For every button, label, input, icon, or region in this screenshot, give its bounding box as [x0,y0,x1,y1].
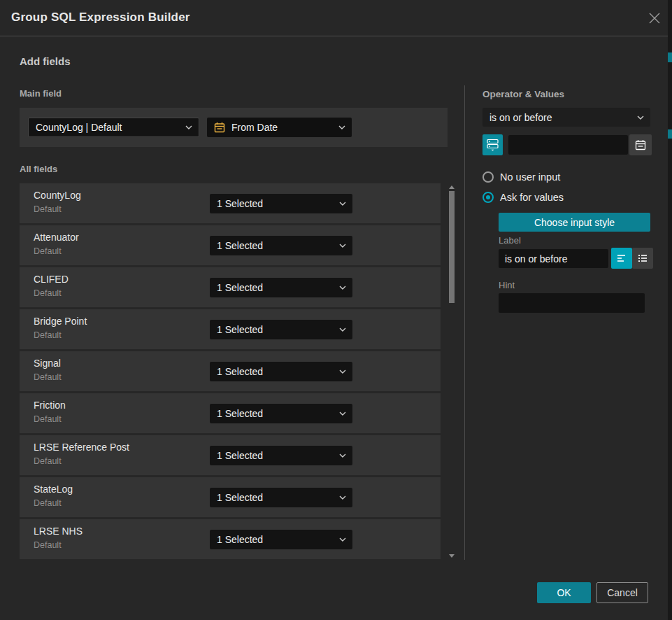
field-name: Bridge Point [34,316,87,327]
value-input[interactable] [508,135,628,155]
field-selected-dropdown[interactable]: 1 Selected [210,362,352,381]
field-name: LRSE Reference Post [34,442,129,453]
stacked-values-icon [487,139,499,151]
field-subtitle: Default [34,246,62,256]
field-row: LRSE NHS Default 1 Selected [20,519,441,559]
field-row: Attenuator Default 1 Selected [20,225,441,265]
field-subtitle: Default [34,456,62,466]
fields-list-scrollbar[interactable] [448,183,455,560]
screen: Group SQL Expression Builder Add fields … [0,0,672,620]
field-selected-dropdown-label: 1 Selected [217,408,263,419]
field-selected-dropdown[interactable]: 1 Selected [210,236,352,255]
radio-ask-for-values-label: Ask for values [500,192,564,203]
chevron-down-icon [339,244,346,248]
field-selected-dropdown[interactable]: 1 Selected [210,446,352,465]
main-field-layer-select-value: CountyLog | Default [36,122,122,133]
field-subtitle: Default [34,498,62,508]
operator-select-value: is on or before [489,112,552,123]
field-selected-dropdown[interactable]: 1 Selected [210,404,352,423]
label-style-plain-button[interactable] [611,248,632,269]
field-row: LRSE Reference Post Default 1 Selected [20,435,441,475]
add-fields-heading: Add fields [20,55,71,67]
field-name: CountyLog [34,190,81,201]
chevron-down-icon [339,202,346,206]
value-input-type-button[interactable] [482,134,503,155]
cancel-button-label: Cancel [607,587,638,598]
field-selected-dropdown-label: 1 Selected [217,282,263,293]
field-subtitle: Default [34,288,62,298]
field-name: StateLog [34,484,73,495]
dialog-title: Group SQL Expression Builder [11,10,190,24]
align-left-icon [616,253,627,263]
close-button[interactable] [647,10,662,26]
ok-button-label: OK [557,587,571,598]
field-subtitle: Default [34,540,62,550]
field-selected-dropdown[interactable]: 1 Selected [210,488,352,507]
field-name: LRSE NHS [34,526,83,537]
chevron-down-icon [339,537,346,542]
operator-select[interactable]: is on or before [482,108,650,127]
radio-circle-off[interactable] [482,171,494,183]
main-field-field-select-value: From Date [231,122,278,133]
field-subtitle: Default [34,372,62,382]
field-subtitle: Default [34,204,62,214]
chevron-down-icon [338,125,345,129]
field-selected-dropdown-label: 1 Selected [217,450,263,461]
label-field-label: Label [499,235,521,246]
field-selected-dropdown[interactable]: 1 Selected [210,194,352,213]
field-selected-dropdown-label: 1 Selected [217,534,263,545]
field-selected-dropdown[interactable]: 1 Selected [210,320,352,339]
chevron-down-icon [185,125,192,129]
chevron-down-icon [339,327,346,332]
field-selected-dropdown-label: 1 Selected [217,324,263,335]
chevron-down-icon [339,369,346,374]
group-sql-expression-builder-dialog: Group SQL Expression Builder Add fields … [0,0,668,620]
label-input[interactable] [499,249,608,268]
field-selected-dropdown-label: 1 Selected [217,366,263,377]
chevron-down-icon [339,453,346,458]
radio-no-user-input-label: No user input [500,171,560,183]
cancel-button[interactable]: Cancel [596,582,648,603]
calendar-icon [635,139,646,150]
all-fields-label: All fields [20,164,57,174]
field-selected-dropdown-label: 1 Selected [217,492,263,503]
field-row: Friction Default 1 Selected [20,393,441,433]
radio-circle-on[interactable] [482,192,494,203]
field-row: StateLog Default 1 Selected [20,477,441,517]
chevron-down-icon [339,495,346,500]
field-selected-dropdown[interactable]: 1 Selected [210,278,352,297]
close-icon [648,12,661,24]
main-field-layer-select[interactable]: CountyLog | Default [28,118,199,137]
vertical-divider [464,85,465,560]
main-field-panel: CountyLog | Default From Date [20,108,448,147]
choose-input-style-button[interactable]: Choose input style [499,213,650,232]
field-name: Friction [34,400,66,411]
field-row: Bridge Point Default 1 Selected [20,309,441,349]
scroll-up-arrow[interactable] [449,185,455,189]
field-subtitle: Default [34,330,62,340]
scrollbar-thumb[interactable] [449,191,455,303]
operator-values-heading: Operator & Values [482,89,564,99]
ok-button[interactable]: OK [537,582,591,603]
background-accent-fragment [668,52,672,62]
field-row: CountyLog Default 1 Selected [20,183,441,223]
all-fields-list: CountyLog Default 1 Selected Attenuator … [20,183,441,561]
date-picker-button[interactable] [629,134,652,155]
hint-field-label: Hint [499,280,515,290]
field-selected-dropdown-label: 1 Selected [217,198,263,209]
main-field-field-select[interactable]: From Date [207,118,352,137]
radio-ask-for-values[interactable]: Ask for values [482,192,564,203]
background-page-strip [668,0,672,620]
hint-input[interactable] [499,293,645,313]
scroll-down-arrow[interactable] [449,554,455,558]
main-field-label: Main field [20,88,62,99]
bullet-list-icon [637,253,648,263]
field-name: CLIFED [34,274,69,285]
field-row: CLIFED Default 1 Selected [20,267,441,307]
radio-no-user-input[interactable]: No user input [482,171,560,183]
label-style-list-button[interactable] [632,248,653,269]
field-selected-dropdown-label: 1 Selected [217,240,263,251]
field-selected-dropdown[interactable]: 1 Selected [210,530,352,549]
field-name: Attenuator [34,232,79,243]
background-accent-fragment [668,129,672,139]
